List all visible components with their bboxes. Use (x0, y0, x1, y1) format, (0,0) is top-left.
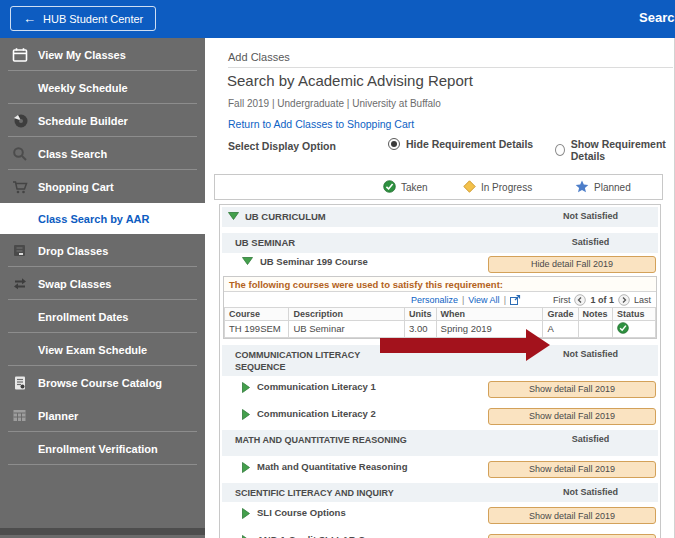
term-subtitle: Fall 2019 | Undergraduate | University a… (228, 98, 441, 109)
display-option-row: Select Display Option Hide Requirement D… (228, 138, 673, 154)
breadcrumb-divider (228, 67, 673, 68)
sidebar-item-shopping-cart[interactable]: Shopping Cart (0, 170, 205, 203)
sidebar-nav: View My Classes Weekly Schedule Schedule… (0, 38, 205, 538)
display-option-label: Select Display Option (228, 140, 336, 152)
grid-toolbar: Personalize | View All | First 1 of 1 La… (224, 292, 656, 307)
requirement-row-sli-options: SLI Course Options Show detail Fall 2019 (222, 502, 658, 528)
status-text: Not Satisfied (523, 349, 658, 359)
sidebar-item-enrollment-verification[interactable]: Enrollment Verification (0, 432, 205, 465)
sidebar-item-label: Swap Classes (38, 278, 111, 290)
table-header-row: Course Description Units When Grade Note… (225, 307, 656, 320)
sidebar-item-weekly-schedule[interactable]: Weekly Schedule (0, 71, 205, 104)
sidebar-item-browse-course-catalog[interactable]: Browse Course Catalog (0, 366, 205, 399)
sidebar-item-swap-classes[interactable]: Swap Classes (0, 267, 205, 300)
sidebar-item-schedule-builder[interactable]: Schedule Builder (0, 104, 205, 137)
sidebar-item-class-search-by-aar[interactable]: Class Search by AAR (0, 203, 205, 234)
col-header-when: When (436, 307, 543, 320)
sidebar-item-drop-classes[interactable]: Drop Classes (0, 234, 205, 267)
radio-label: Show Requirement Details (571, 138, 673, 162)
requirement-label: Communication Literacy 2 (257, 408, 481, 421)
calendar-icon (12, 47, 38, 63)
cell-when: Spring 2019 (436, 320, 543, 337)
expand-chevron-icon[interactable] (242, 382, 250, 393)
section-label: UB CURRICULUM (245, 211, 517, 224)
section-label: SCIENTIFIC LITERACY AND INQUIRY (235, 487, 523, 499)
first-label[interactable]: First (553, 295, 571, 305)
sidebar-item-view-my-classes[interactable]: View My Classes (0, 38, 205, 71)
section-row-math-quantitative: MATH AND QUANTITATIVE REASONING Satisfie… (222, 430, 658, 456)
requirement-row-ub-seminar-199: UB Seminar 199 Course Hide detail Fall 2… (222, 253, 658, 275)
show-detail-button[interactable]: Show detail Fall 2019 (488, 507, 656, 524)
col-header-grade: Grade (543, 307, 578, 320)
cell-notes (578, 320, 612, 337)
planned-star-icon (575, 180, 589, 195)
expand-chevron-icon[interactable] (242, 508, 250, 519)
collapse-chevron-icon[interactable] (228, 212, 239, 220)
view-all-link[interactable]: View All (468, 295, 499, 305)
back-to-hub-button[interactable]: ← HUB Student Center (10, 6, 156, 31)
show-detail-button[interactable]: Show detail Fall 2019 (488, 381, 656, 398)
section-row-scientific-literacy: SCIENTIFIC LITERACY AND INQUIRY Not Sati… (222, 483, 658, 502)
sidebar-item-label: Drop Classes (38, 245, 108, 257)
sidebar-item-class-search[interactable]: Class Search (0, 137, 205, 170)
sidebar-item-label: Browse Course Catalog (38, 377, 162, 389)
expand-chevron-icon[interactable] (242, 462, 250, 473)
requirement-label: AND 1-Credit SLI LAB Courses (257, 534, 481, 538)
course-detail-table: The following courses were used to satis… (223, 276, 657, 339)
sidebar-item-enrollment-dates[interactable]: Enrollment Dates (0, 300, 205, 333)
back-arrow-icon: ← (23, 12, 36, 25)
previous-page-icon[interactable] (574, 294, 586, 306)
show-detail-button[interactable]: Show detail Fall 2019 (488, 461, 656, 478)
popup-grid-icon[interactable] (510, 295, 521, 305)
aar-requirements-panel: UB CURRICULUM Not Satisfied UB SEMINAR S… (219, 204, 661, 538)
page-indicator: 1 of 1 (590, 295, 614, 305)
return-to-shopping-cart-link[interactable]: Return to Add Classes to Shopping Cart (228, 118, 414, 130)
requirement-label: Communication Literacy 1 (257, 381, 481, 394)
cell-description-link[interactable]: UB Seminar (289, 320, 405, 337)
sidebar-item-view-exam-schedule[interactable]: View Exam Schedule (0, 333, 205, 366)
requirement-row-math-qr: Math and Quantitative Reasoning Show det… (222, 456, 658, 483)
radio-show-requirement-details[interactable] (555, 144, 565, 156)
sidebar-item-label: View My Classes (38, 49, 126, 61)
legend-planned-label: Planned (594, 182, 631, 193)
requirement-row-comm-lit-1: Communication Literacy 1 Show detail Fal… (222, 376, 658, 403)
planner-icon (12, 408, 38, 423)
legend-taken-label: Taken (401, 182, 428, 193)
in-progress-diamond-icon (463, 180, 476, 195)
hide-detail-button[interactable]: Hide detail Fall 2019 (488, 256, 656, 273)
sidebar-item-label: View Exam Schedule (38, 344, 147, 356)
col-header-status: Status (612, 307, 655, 320)
section-label: UB SEMINAR (235, 237, 523, 250)
cell-course: TH 199SEM (225, 320, 289, 337)
search-menu-label[interactable]: Search (639, 10, 675, 25)
last-label[interactable]: Last (634, 295, 651, 305)
radio-hide-requirement-details[interactable] (388, 138, 400, 150)
expand-chevron-icon[interactable] (242, 409, 250, 420)
cart-icon (12, 179, 38, 195)
sidebar-bottom-edge (0, 528, 205, 535)
main-content: Add Classes Search by Academic Advising … (205, 38, 675, 538)
sidebar-item-planner[interactable]: Planner (0, 399, 205, 432)
status-text: Not Satisfied (523, 211, 658, 221)
show-detail-button[interactable]: Show detail Fall 2019 (488, 534, 656, 538)
status-text: Satisfied (523, 237, 658, 247)
radio-label: Hide Requirement Details (406, 138, 533, 150)
section-row-ub-seminar: UB SEMINAR Satisfied (222, 233, 658, 253)
section-row-communication-literacy: COMMUNICATION LITERACY SEQUENCE Not Sati… (222, 345, 658, 376)
show-detail-button[interactable]: Show detail Fall 2019 (488, 408, 656, 425)
sidebar-item-label: Class Search (38, 148, 107, 160)
sidebar-item-label: Enrollment Verification (38, 443, 158, 455)
next-page-icon[interactable] (618, 294, 630, 306)
sidebar-item-label: Weekly Schedule (38, 82, 128, 94)
status-text: Not Satisfied (523, 487, 658, 497)
section-row-ub-curriculum: UB CURRICULUM Not Satisfied (222, 207, 658, 227)
personalize-link[interactable]: Personalize (411, 295, 458, 305)
section-label: MATH AND QUANTITATIVE REASONING (235, 434, 407, 446)
col-header-notes: Notes (578, 307, 612, 320)
legend-in-progress-label: In Progress (481, 182, 532, 193)
requirement-row-sli-lab: AND 1-Credit SLI LAB Courses Show detail… (222, 528, 658, 538)
requirement-label: UB Seminar 199 Course (260, 256, 481, 269)
col-header-course: Course (225, 307, 289, 320)
collapse-chevron-icon[interactable] (242, 257, 253, 265)
table-row: TH 199SEM UB Seminar 3.00 Spring 2019 A (225, 320, 656, 337)
